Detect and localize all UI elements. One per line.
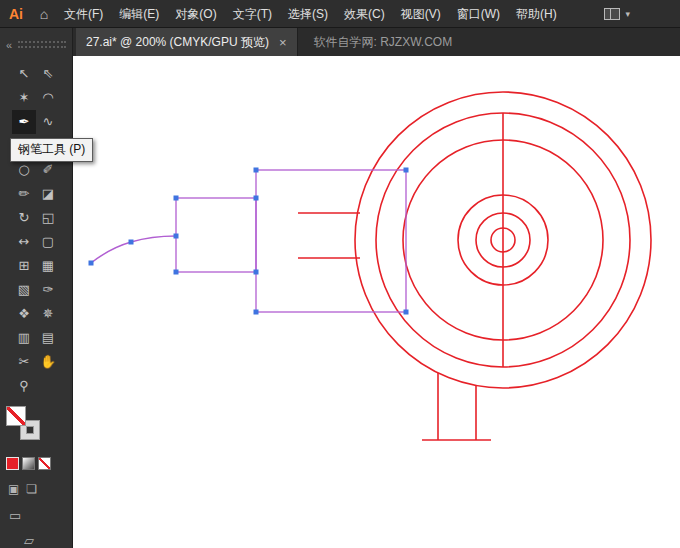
tool-direct-selection[interactable]: ⇖ (36, 62, 60, 86)
tool-rotate[interactable]: ↻ (12, 206, 36, 230)
workspace-switcher[interactable]: ▾ (604, 8, 630, 20)
app-logo: Ai (0, 6, 32, 22)
tool-hand[interactable]: ✋ (36, 350, 60, 374)
document-tab[interactable]: 27.ai* @ 200% (CMYK/GPU 预览) × (76, 28, 298, 56)
menu-item-file[interactable]: 文件(F) (56, 0, 111, 28)
tool-curvature[interactable]: ∿ (36, 110, 60, 134)
collapse-panel-button[interactable]: « (6, 39, 12, 51)
menubar: Ai ⌂ 文件(F)编辑(E)对象(O)文字(T)选择(S)效果(C)视图(V)… (0, 0, 680, 28)
tool-perspective-grid[interactable]: ⊞ (12, 254, 36, 278)
none-mode-button[interactable] (38, 457, 51, 470)
screen-mode-button[interactable]: ▭ (0, 508, 72, 523)
menu-item-help[interactable]: 帮助(H) (508, 0, 565, 28)
menubar-items: 文件(F)编辑(E)对象(O)文字(T)选择(S)效果(C)视图(V)窗口(W)… (56, 0, 565, 28)
main-column: 27.ai* @ 200% (CMYK/GPU 预览) × 软件自学网: RJZ… (73, 28, 680, 548)
workspace-icon (604, 8, 620, 20)
tool-mesh[interactable]: ▦ (36, 254, 60, 278)
tool-lasso[interactable]: ◠ (36, 86, 60, 110)
site-note-text: 软件自学网: RJZXW.COM (314, 34, 453, 51)
close-icon[interactable]: × (279, 35, 287, 50)
fill-swatch[interactable] (6, 406, 26, 426)
selected-path-rect[interactable] (256, 170, 406, 312)
menu-item-edit[interactable]: 编辑(E) (111, 0, 167, 28)
tool-eraser[interactable]: ◪ (36, 182, 60, 206)
menu-item-effect[interactable]: 效果(C) (336, 0, 393, 28)
draw-mode-row: ▣ ❏ (0, 482, 72, 496)
tool-magic-wand[interactable]: ✶ (12, 86, 36, 110)
stroke-swatch-hole (26, 426, 34, 434)
menu-item-view[interactable]: 视图(V) (393, 0, 449, 28)
anchor-point[interactable] (254, 168, 259, 173)
tool-selection[interactable]: ↖ (12, 62, 36, 86)
color-mode-button[interactable] (6, 457, 19, 470)
workspace-icon-split (610, 9, 611, 19)
edit-toolbar-button[interactable]: ▱ (0, 533, 72, 548)
color-mode-row (0, 457, 72, 470)
anchor-point[interactable] (404, 168, 409, 173)
menu-item-object[interactable]: 对象(O) (167, 0, 224, 28)
tool-gradient[interactable]: ▧ (12, 278, 36, 302)
tool-width[interactable]: ↔ (12, 230, 36, 254)
none-diagonal-icon (7, 407, 25, 425)
anchor-point[interactable] (254, 310, 259, 315)
chevron-down-icon: ▾ (625, 9, 630, 19)
tools-panel-header: « (0, 28, 72, 62)
anchor-point[interactable] (129, 240, 134, 245)
fill-stroke-indicator (0, 404, 72, 453)
tool-eyedropper[interactable]: ✑ (36, 278, 60, 302)
document-tab-bar: 27.ai* @ 200% (CMYK/GPU 预览) × 软件自学网: RJZ… (73, 28, 680, 56)
tool-artboard[interactable]: ▤ (36, 326, 60, 350)
draw-normal-button[interactable]: ▣ (8, 482, 19, 496)
menu-item-select[interactable]: 选择(S) (280, 0, 336, 28)
artwork-svg (73, 56, 680, 548)
home-icon[interactable]: ⌂ (32, 6, 56, 22)
tool-symbol-sprayer[interactable]: ✵ (36, 302, 60, 326)
anchor-point[interactable] (254, 196, 259, 201)
anchor-point[interactable] (174, 270, 179, 275)
anchor-point[interactable] (174, 234, 179, 239)
tool-grid: ↖⇖✶◠✒∿T╲○✐✏◪↻◱↔▢⊞▦▧✑❖✵▥▤✂✋⚲ (0, 62, 72, 398)
tool-pen[interactable]: ✒ (12, 110, 36, 134)
anchor-point[interactable] (254, 270, 259, 275)
content-row: « ↖⇖✶◠✒∿T╲○✐✏◪↻◱↔▢⊞▦▧✑❖✵▥▤✂✋⚲ ▣ ❏ ▭ ▱ (0, 28, 680, 548)
anchor-point[interactable] (404, 310, 409, 315)
tool-column-graph[interactable]: ▥ (12, 326, 36, 350)
menu-item-type[interactable]: 文字(T) (225, 0, 280, 28)
tool-scale[interactable]: ◱ (36, 206, 60, 230)
tool-slice[interactable]: ✂ (12, 350, 36, 374)
draw-behind-button[interactable]: ❏ (26, 482, 37, 496)
anchor-point[interactable] (89, 261, 94, 266)
tool-free-transform[interactable]: ▢ (36, 230, 60, 254)
tool-tooltip: 钢笔工具 (P) (10, 138, 93, 162)
selected-path-rect[interactable] (176, 198, 256, 272)
menu-item-window[interactable]: 窗口(W) (449, 0, 508, 28)
panel-drag-grip[interactable] (18, 41, 66, 48)
tool-blend[interactable]: ❖ (12, 302, 36, 326)
artboard-canvas[interactable] (73, 56, 680, 548)
tool-zoom[interactable]: ⚲ (12, 374, 36, 398)
tools-panel: « ↖⇖✶◠✒∿T╲○✐✏◪↻◱↔▢⊞▦▧✑❖✵▥▤✂✋⚲ ▣ ❏ ▭ ▱ (0, 28, 73, 548)
tool-pencil[interactable]: ✏ (12, 182, 36, 206)
document-tab-title: 27.ai* @ 200% (CMYK/GPU 预览) (86, 34, 269, 51)
gradient-mode-button[interactable] (22, 457, 35, 470)
anchor-point[interactable] (174, 196, 179, 201)
none-diagonal-icon (39, 458, 50, 469)
